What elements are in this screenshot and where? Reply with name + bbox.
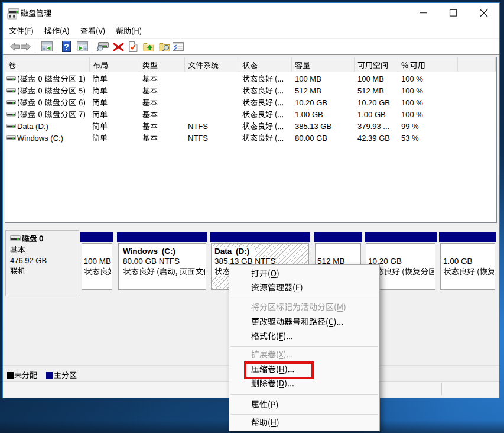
svg-text:?: ? <box>64 42 69 51</box>
